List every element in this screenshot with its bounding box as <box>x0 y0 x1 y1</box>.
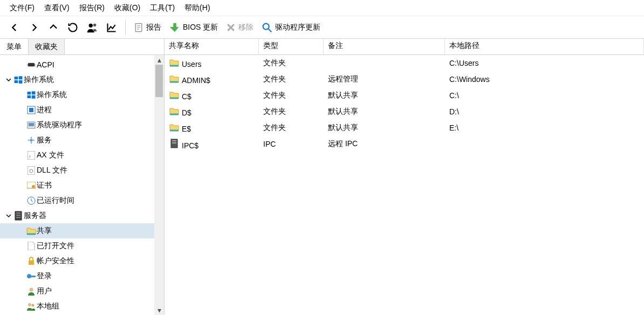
file-ax-icon: ♪ <box>26 151 37 160</box>
tab-menu[interactable]: 菜单 <box>0 39 29 54</box>
header-note[interactable]: 备注 <box>324 39 445 54</box>
tree-item-opened-files[interactable]: 已打开文件 <box>0 238 164 254</box>
tree-label: 系统驱动程序 <box>37 120 82 130</box>
tree-item-users[interactable]: 用户 <box>0 284 164 299</box>
tree-item-processes[interactable]: 进程 <box>0 102 164 118</box>
forward-button[interactable] <box>25 18 43 37</box>
scrollbar[interactable]: ▴ ▾ <box>154 55 164 315</box>
server-icon <box>169 139 180 148</box>
svg-rect-30 <box>28 166 35 175</box>
scroll-up-icon[interactable]: ▴ <box>154 55 164 65</box>
menu-file[interactable]: 文件(F) <box>10 3 35 13</box>
tree-item-os[interactable]: 操作系统 <box>0 87 164 102</box>
menu-report[interactable]: 报告(R) <box>79 3 105 13</box>
remove-label: 移除 <box>238 23 254 32</box>
chevron-down-icon[interactable] <box>4 213 13 218</box>
bios-update-button[interactable]: BIOS 更新 <box>166 22 221 33</box>
tree-item-sysdrivers[interactable]: 系统驱动程序 <box>0 118 164 133</box>
toolbar: 报告 BIOS 更新 移除 驱动程序更新 <box>0 16 644 39</box>
driver-update-button[interactable]: 驱动程序更新 <box>258 22 324 33</box>
tree-item-local-group[interactable]: 本地组 <box>0 299 164 314</box>
table-row[interactable]: IPC$IPC远程 IPC <box>165 136 644 152</box>
svg-point-46 <box>32 304 35 307</box>
tree-item-uptime[interactable]: 已运行时间 <box>0 193 164 208</box>
tree-item-logon[interactable]: 登录 <box>0 269 164 284</box>
tree-item-os-group[interactable]: 操作系统 <box>0 72 164 87</box>
tree-item-shares[interactable]: 共享 <box>0 223 164 238</box>
svg-point-42 <box>27 274 31 278</box>
tree-item-acpi[interactable]: ACPI <box>0 57 164 72</box>
download-arrow-icon <box>169 22 181 33</box>
refresh-button[interactable] <box>64 18 82 37</box>
shared-folder-icon <box>169 91 180 99</box>
scroll-down-icon[interactable]: ▾ <box>154 305 164 315</box>
tree-item-services[interactable]: 服务 <box>0 133 164 148</box>
tree-label: 已打开文件 <box>37 241 74 251</box>
svg-rect-40 <box>16 217 20 218</box>
chart-button[interactable] <box>102 18 121 37</box>
tree-label: ACPI <box>37 60 54 69</box>
cell-name: ADMIN$ <box>182 76 210 85</box>
header-name[interactable]: 共享名称 <box>165 39 259 54</box>
cell-name: D$ <box>182 108 191 117</box>
bios-update-label: BIOS 更新 <box>183 23 218 32</box>
tree-label: 共享 <box>37 226 52 236</box>
tree-item-dll-files[interactable]: DLL 文件 <box>0 163 164 178</box>
cell-type: IPC <box>259 140 324 148</box>
cell-type: 文件夹 <box>259 123 324 133</box>
back-button[interactable] <box>5 18 24 37</box>
chip-icon <box>26 61 37 68</box>
shared-folder-icon <box>169 123 180 132</box>
tree-item-account-security[interactable]: 帐户安全性 <box>0 254 164 269</box>
user-button[interactable] <box>83 18 101 37</box>
table-body: Users文件夹C:\UsersADMIN$文件夹远程管理C:\WindowsC… <box>165 55 644 152</box>
cell-path: C:\Users <box>445 59 644 67</box>
svg-text:♪: ♪ <box>29 154 31 159</box>
svg-point-45 <box>28 303 31 306</box>
tree-label: 帐户安全性 <box>37 256 74 266</box>
up-button[interactable] <box>44 18 63 37</box>
cell-type: 文件夹 <box>259 91 324 100</box>
tree-item-certs[interactable]: 证书 <box>0 178 164 193</box>
tree-label: 已运行时间 <box>37 196 74 206</box>
svg-rect-49 <box>172 142 176 143</box>
header-type[interactable]: 类型 <box>259 39 324 54</box>
header-path[interactable]: 本地路径 <box>445 39 644 54</box>
scroll-thumb[interactable] <box>155 65 163 97</box>
chevron-down-icon[interactable] <box>4 77 13 83</box>
svg-point-33 <box>32 185 35 188</box>
cell-name: IPC$ <box>182 141 198 150</box>
report-button[interactable]: 报告 <box>130 22 165 33</box>
tree-item-server-group[interactable]: 服务器 <box>0 208 164 223</box>
svg-rect-22 <box>32 95 36 99</box>
driver-update-label: 驱动程序更新 <box>275 23 320 32</box>
shared-folder-icon <box>26 227 37 235</box>
cell-path: C:\ <box>445 91 644 100</box>
toolbar-separator <box>125 20 126 35</box>
svg-rect-26 <box>29 123 34 126</box>
table-row[interactable]: ADMIN$文件夹远程管理C:\Windows <box>165 71 644 87</box>
svg-point-0 <box>89 23 93 27</box>
table-row[interactable]: C$文件夹默认共享C:\ <box>165 87 644 104</box>
menu-help[interactable]: 帮助(H) <box>184 3 210 13</box>
tree-item-ax-files[interactable]: ♪ AX 文件 <box>0 148 164 163</box>
cell-type: 文件夹 <box>259 74 324 84</box>
cell-note: 远程管理 <box>324 74 445 84</box>
tree-label: 本地组 <box>37 302 59 311</box>
menu-favorites[interactable]: 收藏(O) <box>114 3 140 13</box>
svg-line-9 <box>269 29 272 32</box>
remove-button: 移除 <box>222 22 257 33</box>
shared-folder-icon <box>169 74 180 83</box>
file-dll-icon <box>26 166 37 175</box>
table-row[interactable]: E$文件夹默认共享E:\ <box>165 120 644 136</box>
table-row[interactable]: Users文件夹C:\Users <box>165 55 644 71</box>
menu-view[interactable]: 查看(V) <box>44 3 70 13</box>
tab-favorites[interactable]: 收藏夹 <box>29 39 65 54</box>
table-row[interactable]: D$文件夹默认共享D:\ <box>165 104 644 120</box>
cell-note: 远程 IPC <box>324 139 445 149</box>
svg-rect-21 <box>28 95 31 98</box>
svg-rect-39 <box>16 215 20 216</box>
svg-rect-48 <box>172 140 176 141</box>
menu-tools[interactable]: 工具(T) <box>150 3 175 13</box>
server-icon <box>13 211 24 221</box>
